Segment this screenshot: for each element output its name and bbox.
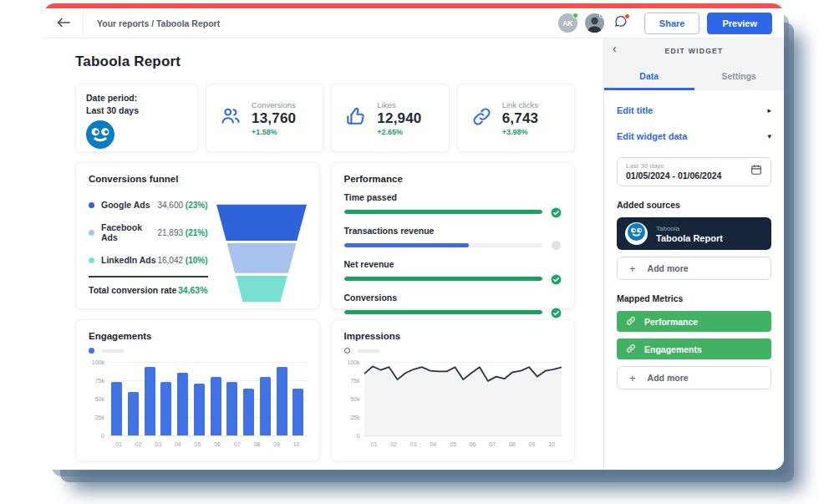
engagements-bar-chart (109, 362, 307, 435)
user-avatar-initials[interactable]: AK (558, 13, 577, 33)
bar (111, 382, 122, 435)
stat-value: 12,940 (377, 110, 421, 127)
date-range-field[interactable]: Last 30 days 01/05/2024 - 01/06/2024 (617, 157, 771, 186)
comments-button[interactable] (612, 14, 630, 33)
add-metric-button[interactable]: + Add more (617, 366, 771, 389)
performance-metric-label: Net revenue (344, 259, 562, 269)
date-period-card: Date period: Last 30 days (75, 84, 198, 152)
impressions-title: Impressions (344, 331, 562, 341)
legend-open-dot-icon (344, 348, 350, 354)
calendar-icon (750, 164, 762, 179)
stat-value: 13,760 (252, 110, 296, 127)
funnel-source-value: 34,600 (23%) (157, 201, 207, 210)
x-axis-tick: 02 (135, 441, 142, 447)
source-card-taboola[interactable]: Taboola Taboola Report (617, 217, 771, 250)
x-axis-tick: 03 (155, 441, 161, 447)
engagements-y-axis: 100k75k50k25k0 (89, 362, 109, 435)
y-axis-tick: 100k (92, 359, 104, 365)
stat-value: 6,743 (502, 110, 539, 127)
bar (145, 367, 155, 435)
progress-fill (344, 243, 470, 247)
y-axis-tick: 75k (95, 378, 104, 384)
x-axis-tick: 08 (509, 441, 516, 447)
mapped-metrics-label: Mapped Metrics (617, 293, 771, 303)
tab-data[interactable]: Data (604, 64, 694, 90)
chain-link-icon (626, 314, 636, 329)
x-axis-tick: 08 (253, 441, 260, 447)
funnel-source-name: Google Ads (101, 200, 157, 210)
funnel-segment-1 (216, 205, 307, 241)
app-window: Your reports / Taboola Report AK Share P… (43, 3, 784, 470)
impressions-widget[interactable]: Impressions 100k75k50k25k0 0102030405060… (331, 319, 576, 461)
funnel-total-value: 34,63% (178, 285, 208, 295)
source-provider: Taboola (656, 225, 723, 232)
preview-button[interactable]: Preview (707, 13, 772, 34)
added-sources-label: Added sources (617, 200, 771, 210)
thumb-up-icon (345, 105, 367, 130)
performance-row-conversions: Conversions (344, 293, 562, 318)
impressions-legend (344, 348, 562, 354)
progress-bar (344, 243, 543, 247)
edit-title-link: Edit title (617, 105, 653, 115)
engagements-title: Engagements (89, 331, 307, 341)
funnel-source-pct: (21%) (186, 228, 208, 237)
metric-button-performance[interactable]: Performance (617, 311, 771, 332)
user-avatar-photo[interactable] (585, 13, 604, 33)
metric-label: Performance (644, 317, 698, 327)
back-button[interactable] (43, 8, 84, 38)
x-axis-tick: 06 (214, 441, 221, 447)
x-axis-tick: 04 (175, 441, 181, 447)
online-status-dot (599, 13, 604, 18)
check-circle-icon (551, 307, 562, 318)
impressions-y-axis: 100k75k50k25k0 (344, 362, 364, 435)
notification-dot (624, 13, 630, 19)
performance-widget[interactable]: Performance Time passedTransactions reve… (331, 162, 576, 309)
y-axis-tick: 50k (95, 396, 104, 402)
funnel-segment-2 (226, 243, 296, 273)
y-axis-tick: 25k (95, 415, 104, 420)
area-fill (364, 366, 562, 435)
funnel-row-linkedin-ads: LinkedIn Ads16,042 (10%) (89, 255, 208, 265)
y-axis-tick: 75k (350, 378, 359, 384)
engagements-widget[interactable]: Engagements 100k75k50k25k0 0102030405060… (75, 319, 320, 461)
bar (160, 382, 171, 435)
caret-right-icon: ▸ (767, 106, 771, 115)
funnel-chart (216, 204, 307, 303)
edit-title-row[interactable]: Edit title ▸ (617, 105, 771, 115)
top-bar: Your reports / Taboola Report AK Share P… (43, 8, 784, 38)
stat-cards: Date period: Last 30 days Conversions13,… (75, 84, 575, 152)
funnel-row-facebook-ads: Facebook Ads21,893 (21%) (89, 222, 208, 242)
metric-button-engagements[interactable]: Engagements (617, 339, 771, 359)
chevron-left-icon[interactable]: ‹ (613, 42, 617, 55)
x-axis-tick: 01 (371, 441, 378, 447)
breadcrumb[interactable]: Your reports / Taboola Report (97, 18, 220, 28)
performance-row-transactions-revenue: Transactions revenue (344, 226, 562, 251)
add-more-label: Add more (648, 263, 689, 273)
date-period-label: Date period: (86, 92, 187, 104)
stat-label: Likes (377, 100, 421, 109)
add-source-button[interactable]: + Add more (617, 257, 771, 280)
y-axis-tick: 100k (347, 359, 359, 365)
report-content: Taboola Report Date period: Last 30 days… (43, 38, 603, 470)
funnel-source-pct: (10%) (186, 256, 208, 265)
conversions-funnel-widget[interactable]: Conversions funnel Google Ads34,600 (23%… (75, 162, 320, 309)
bar (194, 384, 205, 435)
date-period-value: Last 30 days (86, 104, 187, 117)
share-button[interactable]: Share (644, 13, 700, 34)
performance-rows: Time passedTransactions revenueNet reven… (344, 192, 562, 318)
edit-widget-header: ‹ EDIT WIDGET (604, 38, 784, 64)
edit-widget-data-row[interactable]: Edit widget data ▾ (617, 131, 771, 141)
link-icon (471, 106, 492, 130)
tab-settings[interactable]: Settings (694, 64, 785, 90)
series-dot-icon (89, 230, 94, 236)
series-dot-icon (89, 257, 94, 263)
impressions-line-chart (364, 362, 562, 435)
x-axis-tick: 09 (529, 441, 536, 447)
stat-delta: +1.58% (252, 128, 296, 136)
stat-label: Conversions (252, 100, 296, 109)
progress-bar (344, 310, 543, 314)
date-range-value: 01/05/2024 - 01/06/2024 (626, 171, 750, 181)
progress-fill (344, 310, 543, 314)
funnel-title: Conversions funnel (89, 174, 307, 184)
bar (260, 377, 271, 435)
